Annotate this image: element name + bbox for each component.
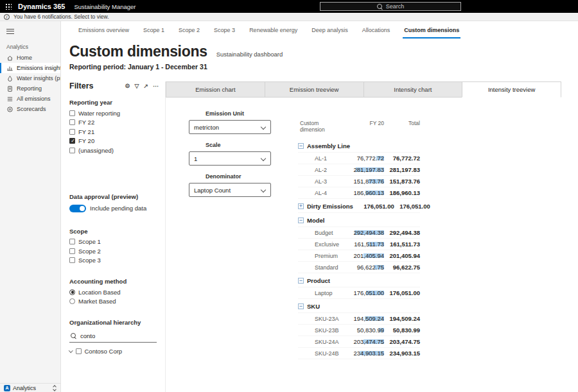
group-row-assembly-line[interactable]: Assembly Line <box>298 140 420 153</box>
matrix-row[interactable]: Premium 201,405.94 201,405.94 <box>298 250 420 262</box>
checkbox-checked[interactable] <box>69 138 75 144</box>
filters-title: Filters <box>69 81 94 90</box>
app-switcher-label: Analytics <box>13 385 36 391</box>
tab-intensity-treeview[interactable]: Intensity treeview <box>462 81 561 98</box>
radio[interactable] <box>69 298 75 304</box>
scale-select[interactable]: 1 <box>189 151 271 166</box>
tab-intensity-chart[interactable]: Intensity chart <box>363 81 463 98</box>
matrix-row[interactable]: Exclusive 161,511.73 161,511.73 <box>298 239 420 250</box>
checkbox[interactable] <box>69 119 75 125</box>
sidebar-item-reporting[interactable]: Reporting <box>0 83 60 94</box>
checkbox-scope-1[interactable]: Scope 1 <box>69 238 159 246</box>
sidebar-item-home[interactable]: Home <box>0 53 60 63</box>
matrix-row[interactable]: Standard 96,622.75 96,622.75 <box>298 262 420 273</box>
tab-allocations[interactable]: Allocations <box>355 21 398 38</box>
denominator-select[interactable]: Laptop Count <box>189 183 271 197</box>
checkbox[interactable] <box>69 248 75 254</box>
chevron-down-icon[interactable] <box>69 348 73 352</box>
sidebar-item-scorecards[interactable]: Scorecards <box>0 104 60 114</box>
checkbox[interactable] <box>69 239 75 244</box>
app-switcher[interactable]: A Analytics <box>0 383 60 392</box>
search-icon <box>71 333 76 339</box>
checkbox-fy22[interactable]: FY 22 <box>69 119 159 127</box>
checkbox[interactable] <box>69 129 75 135</box>
collapse-icon[interactable] <box>298 303 304 309</box>
expand-icon[interactable] <box>298 203 304 209</box>
option-label: FY 22 <box>78 119 94 126</box>
tab-emissions-overview[interactable]: Emissions overview <box>71 21 136 38</box>
global-search-input[interactable]: Search <box>320 2 461 11</box>
sidebar-item-all-emissions[interactable]: All emissions <box>0 94 60 104</box>
option-label: FY 20 <box>78 137 94 144</box>
waffle-icon[interactable] <box>5 3 12 10</box>
group-name: Model <box>307 217 343 224</box>
checkbox-fy20[interactable]: FY 20 <box>69 137 159 146</box>
tab-scope-1[interactable]: Scope 1 <box>136 21 171 38</box>
matrix-row[interactable]: AL-2 281,197.83 281,197.83 <box>298 164 420 176</box>
matrix-row[interactable]: AL-1 76,772.72 76,772.72 <box>298 153 420 164</box>
matrix-row[interactable]: Laptop 176,051.00 176,051.00 <box>298 287 420 299</box>
matrix-row[interactable]: Budget 292,494.38 292,494.38 <box>298 227 420 239</box>
tab-deep-analysis[interactable]: Deep analysis <box>304 21 355 38</box>
radio-market-based[interactable]: Market Based <box>69 298 159 306</box>
org-node-label: Contoso Corp <box>85 348 123 355</box>
tab-emission-treeview[interactable]: Emission treeview <box>265 81 364 98</box>
checkbox[interactable] <box>76 348 82 354</box>
intensity-matrix: Custom dimension FY 20 Total Assembly Li… <box>298 120 420 359</box>
checkbox[interactable] <box>69 148 75 153</box>
sidebar: Analytics Home Emissions insights Water … <box>0 21 61 392</box>
more-options-icon[interactable]: ⋯ <box>153 83 159 89</box>
matrix-row[interactable]: SKU-23B 50,830.99 50,830.99 <box>298 325 420 336</box>
org-tree-node[interactable]: Contoso Corp <box>69 348 159 355</box>
matrix-row[interactable]: AL-3 151,873.76 151,873.76 <box>298 176 420 187</box>
matrix-row[interactable]: SKU-24A 203,474.75 203,474.75 <box>298 336 420 348</box>
checkbox-unassigned[interactable]: (unassigned) <box>69 146 159 155</box>
sidebar-section-label: Analytics <box>6 44 60 50</box>
row-label: AL-1 <box>298 155 343 162</box>
checkbox-scope-3[interactable]: Scope 3 <box>69 257 159 265</box>
tab-renewable-energy[interactable]: Renewable energy <box>242 21 304 38</box>
checkbox[interactable] <box>69 257 75 263</box>
collapse-icon[interactable] <box>298 217 304 223</box>
matrix-row[interactable]: SKU-24B 234,903.15 234,903.15 <box>298 348 420 359</box>
group-row-sku[interactable]: SKU <box>298 300 420 313</box>
tab-scope-3[interactable]: Scope 3 <box>207 21 242 38</box>
checkbox-scope-2[interactable]: Scope 2 <box>69 247 159 255</box>
sidebar-item-water-insights[interactable]: Water insights (previ... <box>0 73 60 83</box>
option-label: Market Based <box>78 298 116 305</box>
matrix-row[interactable]: SKU-23A 194,509.24 194,509.24 <box>298 313 420 325</box>
tab-custom-dimensions[interactable]: Custom dimensions <box>397 21 466 38</box>
checkbox[interactable] <box>69 110 75 116</box>
filter-settings-icon[interactable]: ⚙ <box>125 83 130 89</box>
sidebar-item-emissions-insights[interactable]: Emissions insights <box>0 63 60 73</box>
funnel-icon[interactable]: ▽ <box>135 83 139 89</box>
group-row-model[interactable]: Model <box>298 214 420 227</box>
data-approval-label: Data approval (preview) <box>69 193 159 200</box>
sidebar-item-label: Home <box>17 55 32 61</box>
expand-filter-pane-icon[interactable]: ↗ <box>143 83 148 89</box>
collapse-icon[interactable] <box>298 143 304 149</box>
checkbox-water-reporting[interactable]: Water reporting <box>69 109 159 117</box>
group-name: SKU <box>307 303 343 310</box>
checkbox-fy21[interactable]: FY 21 <box>69 128 159 136</box>
topbar: Dynamics 365 Sustainability Manager Sear… <box>0 0 578 13</box>
row-label: Premium <box>298 253 343 259</box>
emission-unit-select[interactable]: metricton <box>189 120 271 134</box>
tab-emission-chart[interactable]: Emission chart <box>166 81 265 98</box>
radio-location-based[interactable]: Location Based <box>69 288 159 296</box>
radio-selected[interactable] <box>69 289 75 295</box>
include-pending-data-toggle[interactable] <box>69 205 86 212</box>
intensity-treeview-panel: Emission Unit metricton Scale 1 <box>166 98 578 359</box>
matrix-row[interactable]: AL-4 186,960.13 186,960.13 <box>298 187 420 199</box>
group-row-product[interactable]: Product <box>298 275 420 287</box>
org-hierarchy-search-input[interactable]: conto <box>69 331 157 343</box>
collapse-icon[interactable] <box>298 278 304 284</box>
notification-bar[interactable]: You have 6 notifications. Select to view… <box>0 13 578 21</box>
sidebar-item-label: Emissions insights <box>17 65 60 71</box>
hamburger-icon[interactable] <box>6 27 14 35</box>
group-row-dirty-emissions[interactable]: Dirty Emissions 176,051.00 176,051.00 <box>298 200 420 213</box>
total-cell: 234,903.15 <box>384 350 420 357</box>
org-hierarchy-label: Organizational hierarchy <box>69 319 159 326</box>
tab-scope-2[interactable]: Scope 2 <box>171 21 207 38</box>
row-label: SKU-24A <box>298 339 343 345</box>
